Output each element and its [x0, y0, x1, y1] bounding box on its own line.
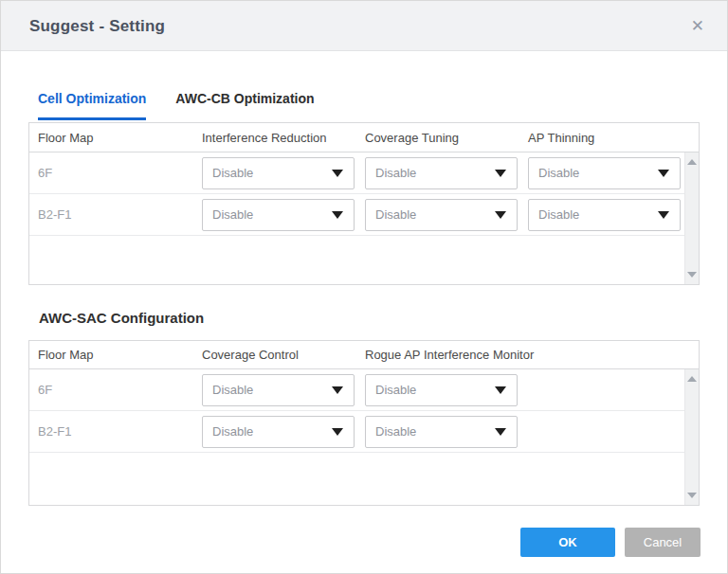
coverage-control-dropdown-6f[interactable]: Disable	[202, 374, 355, 406]
chevron-down-icon	[332, 211, 343, 219]
coverage-tuning-dropdown-6f[interactable]: Disable	[365, 157, 518, 189]
ap-thinning-dropdown-6f[interactable]: Disable	[528, 157, 681, 189]
chevron-down-icon	[332, 386, 343, 394]
column-header-floor-map: Floor Map	[38, 123, 94, 152]
table-row-6f: 6F Disable Disable Disable	[29, 152, 699, 194]
interference-reduction-dropdown-b2-f1[interactable]: Disable	[202, 199, 355, 231]
dropdown-value: Disable	[538, 200, 579, 230]
interference-reduction-dropdown-6f[interactable]: Disable	[202, 157, 355, 189]
chevron-down-icon	[495, 428, 506, 436]
chevron-down-icon	[658, 170, 669, 177]
dropdown-value: Disable	[375, 417, 416, 447]
chevron-down-icon	[658, 211, 669, 219]
scroll-up-icon[interactable]	[687, 159, 697, 165]
vertical-scrollbar[interactable]	[684, 369, 699, 505]
table-row-b2-f1: B2-F1 Disable Disable	[29, 411, 699, 453]
close-icon[interactable]: ✕	[691, 1, 704, 51]
column-header-ap-thinning: AP Thinning	[528, 123, 594, 152]
vertical-scrollbar[interactable]	[684, 152, 699, 284]
suggest-setting-dialog: Suggest - Setting ✕ Cell Optimization AW…	[0, 0, 728, 574]
rogue-ap-interference-monitor-dropdown-b2-f1[interactable]: Disable	[365, 416, 518, 448]
column-header-interference-reduction: Interference Reduction	[202, 123, 327, 152]
dropdown-value: Disable	[212, 200, 253, 230]
scroll-down-icon[interactable]	[687, 493, 697, 498]
dialog-title: Suggest - Setting	[29, 1, 165, 51]
cell-optimization-table-header: Floor Map Interference Reduction Coverag…	[29, 123, 699, 152]
dropdown-value: Disable	[375, 200, 416, 230]
column-header-coverage-control: Coverage Control	[202, 341, 299, 368]
chevron-down-icon	[495, 386, 506, 394]
awc-sac-table-body: 6F Disable Disable B2-F1 Disable Disable	[29, 369, 699, 505]
tab-cell-optimization[interactable]: Cell Optimization	[38, 91, 146, 120]
dropdown-value: Disable	[375, 375, 416, 405]
cell-optimization-table: Floor Map Interference Reduction Coverag…	[28, 122, 700, 285]
dialog-header: Suggest - Setting ✕	[1, 1, 727, 51]
coverage-control-dropdown-b2-f1[interactable]: Disable	[202, 416, 355, 448]
tab-awc-cb-optimization[interactable]: AWC-CB Optimization	[175, 91, 314, 120]
chevron-down-icon	[332, 170, 343, 177]
cell-optimization-table-body: 6F Disable Disable Disable B2-F1 Disable	[29, 152, 699, 284]
dropdown-value: Disable	[212, 375, 253, 405]
awc-sac-table-header: Floor Map Coverage Control Rogue AP Inte…	[29, 341, 699, 369]
dropdown-value: Disable	[538, 158, 579, 188]
chevron-down-icon	[495, 211, 506, 219]
floor-map-label: 6F	[38, 152, 52, 194]
floor-map-label: 6F	[38, 369, 52, 411]
coverage-tuning-dropdown-b2-f1[interactable]: Disable	[365, 199, 518, 231]
dropdown-value: Disable	[212, 158, 253, 188]
tab-bar: Cell Optimization AWC-CB Optimization	[38, 91, 315, 120]
chevron-down-icon	[332, 428, 343, 436]
rogue-ap-interference-monitor-dropdown-6f[interactable]: Disable	[365, 374, 518, 406]
scroll-up-icon[interactable]	[687, 376, 697, 382]
awc-sac-configuration-table: Floor Map Coverage Control Rogue AP Inte…	[28, 340, 700, 506]
column-header-coverage-tuning: Coverage Tuning	[365, 123, 459, 152]
column-header-floor-map: Floor Map	[38, 341, 94, 368]
dropdown-value: Disable	[212, 417, 253, 447]
floor-map-label: B2-F1	[38, 411, 71, 453]
chevron-down-icon	[495, 170, 506, 177]
ap-thinning-dropdown-b2-f1[interactable]: Disable	[528, 199, 681, 231]
awc-sac-configuration-heading: AWC-SAC Configuration	[39, 310, 204, 326]
ok-button[interactable]: OK	[520, 528, 615, 557]
scroll-down-icon[interactable]	[687, 272, 697, 278]
column-header-rogue-ap-interference-monitor: Rogue AP Interference Monitor	[365, 341, 534, 368]
table-row-b2-f1: B2-F1 Disable Disable Disable	[29, 194, 699, 236]
dropdown-value: Disable	[375, 158, 416, 188]
cancel-button[interactable]: Cancel	[625, 528, 701, 557]
table-row-6f: 6F Disable Disable	[29, 369, 699, 411]
floor-map-label: B2-F1	[38, 194, 71, 236]
